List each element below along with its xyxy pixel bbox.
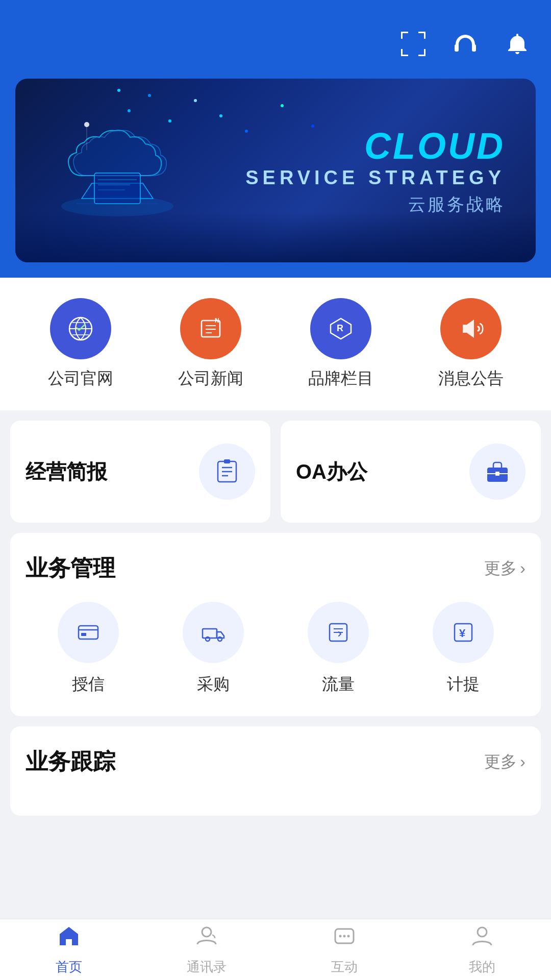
credit-label: 授信 <box>72 673 105 696</box>
profile-nav-icon <box>470 924 494 954</box>
svg-rect-8 <box>455 44 459 52</box>
business-management-items: 授信 采购 <box>26 602 525 696</box>
banner[interactable]: CLOUD SERVICE STRATEGY 云服务战略 <box>15 79 536 262</box>
svg-point-46 <box>339 935 342 937</box>
commission-label: 计提 <box>447 673 480 696</box>
quick-item-company-news[interactable]: N 公司新闻 <box>178 298 243 390</box>
svg-point-47 <box>343 935 346 937</box>
svg-point-38 <box>218 637 222 641</box>
banner-cloud-text: CLOUD <box>245 125 505 167</box>
bottom-nav: 首页 通讯录 互动 <box>0 919 551 980</box>
section-item-commission[interactable]: ¥ 计提 <box>433 602 494 696</box>
svg-rect-1 <box>401 32 403 39</box>
svg-rect-11 <box>94 173 140 204</box>
banner-container: CLOUD SERVICE STRATEGY 云服务战略 <box>0 79 551 278</box>
news-notice-icon <box>440 298 502 359</box>
nav-item-interact[interactable]: 互动 <box>276 919 413 980</box>
business-tracking-title: 业务跟踪 <box>26 747 115 777</box>
official-site-label: 公司官网 <box>48 368 113 390</box>
section-item-flow[interactable]: 流量 <box>308 602 369 696</box>
business-tracking-section: 业务跟踪 更多 › <box>10 726 541 816</box>
quick-item-official-site[interactable]: 公司官网 <box>48 298 113 390</box>
official-site-icon <box>50 298 111 359</box>
quick-actions: 公司官网 N 公司新闻 R 品牌栏目 <box>0 278 551 410</box>
business-management-more[interactable]: 更多 › <box>484 557 525 580</box>
svg-rect-7 <box>424 49 425 56</box>
svg-text:R: R <box>337 323 343 333</box>
flow-icon <box>308 602 369 663</box>
company-news-icon: N <box>180 298 241 359</box>
commission-icon: ¥ <box>433 602 494 663</box>
header <box>0 0 551 79</box>
contacts-nav-label: 通讯录 <box>187 958 227 976</box>
oa-title: OA办公 <box>296 458 367 486</box>
business-management-section: 业务管理 更多 › 授信 <box>10 533 541 716</box>
quick-item-brand-channel[interactable]: R 品牌栏目 <box>308 298 373 390</box>
profile-nav-label: 我的 <box>469 958 495 976</box>
svg-rect-3 <box>424 32 425 39</box>
brand-channel-label: 品牌栏目 <box>308 368 373 390</box>
oa-card[interactable]: OA办公 <box>281 421 541 523</box>
company-news-label: 公司新闻 <box>178 368 243 390</box>
home-nav-label: 首页 <box>56 958 82 976</box>
oa-icon <box>469 444 525 500</box>
interact-nav-label: 互动 <box>331 958 358 976</box>
bell-icon[interactable] <box>504 31 531 63</box>
nav-item-contacts[interactable]: 通讯录 <box>138 919 276 980</box>
svg-point-44 <box>202 927 211 937</box>
banner-graphic <box>46 104 199 237</box>
svg-rect-35 <box>81 633 86 636</box>
svg-rect-29 <box>224 459 230 463</box>
briefing-card[interactable]: 经营简报 <box>10 421 270 523</box>
brand-channel-icon: R <box>310 298 371 359</box>
business-tracking-header: 业务跟踪 更多 › <box>26 747 525 777</box>
business-management-title: 业务管理 <box>26 553 115 583</box>
banner-text: CLOUD SERVICE STRATEGY 云服务战略 <box>245 125 505 216</box>
svg-point-37 <box>206 637 210 641</box>
flow-label: 流量 <box>322 673 355 696</box>
svg-text:N: N <box>215 317 219 324</box>
svg-rect-36 <box>203 629 217 638</box>
purchase-label: 采购 <box>197 673 230 696</box>
section-item-purchase[interactable]: 采购 <box>183 602 244 696</box>
business-management-header: 业务管理 更多 › <box>26 553 525 583</box>
svg-rect-5 <box>401 49 403 56</box>
banner-zh-text: 云服务战略 <box>245 193 505 216</box>
contacts-nav-icon <box>194 924 219 954</box>
svg-point-49 <box>478 927 487 937</box>
credit-icon <box>58 602 119 663</box>
svg-point-48 <box>347 935 350 937</box>
scan-icon[interactable] <box>400 31 427 63</box>
nav-item-home[interactable]: 首页 <box>0 919 138 980</box>
banner-service-text: SERVICE STRATEGY <box>245 167 505 189</box>
purchase-icon <box>183 602 244 663</box>
quick-item-news-notice[interactable]: 消息公告 <box>438 298 504 390</box>
cards-row: 经营简报 OA办公 <box>10 421 541 523</box>
interact-nav-icon <box>332 924 357 954</box>
svg-text:¥: ¥ <box>459 627 466 640</box>
svg-rect-9 <box>472 44 476 52</box>
business-tracking-more[interactable]: 更多 › <box>484 751 525 773</box>
home-nav-icon <box>57 924 81 954</box>
nav-item-profile[interactable]: 我的 <box>413 919 551 980</box>
svg-rect-32 <box>495 472 499 476</box>
headset-icon[interactable] <box>452 31 479 63</box>
briefing-title: 经营简报 <box>26 458 107 486</box>
news-notice-label: 消息公告 <box>438 368 504 390</box>
svg-rect-33 <box>79 626 98 639</box>
section-item-credit[interactable]: 授信 <box>58 602 119 696</box>
briefing-icon <box>199 444 255 500</box>
